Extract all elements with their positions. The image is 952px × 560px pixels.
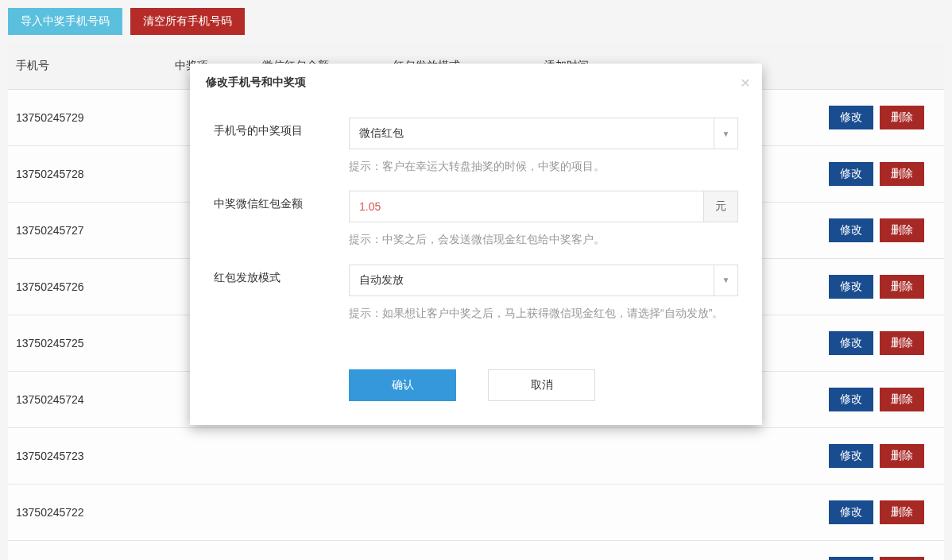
amount-unit: 元 <box>704 191 738 222</box>
confirm-button[interactable]: 确认 <box>349 369 456 401</box>
prize-project-label: 手机号的中奖项目 <box>214 118 349 138</box>
chevron-down-icon: ▼ <box>714 118 737 149</box>
mode-select[interactable]: 自动发放 ▼ <box>349 265 738 296</box>
mode-label: 红包发放模式 <box>214 265 349 285</box>
close-icon[interactable]: × <box>741 73 750 92</box>
modal-title: 修改手机号和中奖项 <box>206 75 306 88</box>
prize-project-select[interactable]: 微信红包 ▼ <box>349 118 738 149</box>
amount-label: 中奖微信红包金额 <box>214 191 349 211</box>
amount-hint: 提示：中奖之后，会发送微信现金红包给中奖客户。 <box>349 230 738 248</box>
chevron-down-icon: ▼ <box>714 265 737 295</box>
prize-project-value: 微信红包 <box>350 118 714 149</box>
modal-body: 手机号的中奖项目 微信红包 ▼ 提示：客户在幸运大转盘抽奖的时候，中奖的项目。 … <box>190 102 762 353</box>
mode-value: 自动发放 <box>350 265 714 295</box>
prize-project-hint: 提示：客户在幸运大转盘抽奖的时候，中奖的项目。 <box>349 157 738 175</box>
mode-hint: 提示：如果想让客户中奖之后，马上获得微信现金红包，请选择“自动发放”。 <box>349 304 738 322</box>
modal-backdrop: 修改手机号和中奖项 × 手机号的中奖项目 微信红包 ▼ 提示：客户在幸运大转盘抽… <box>0 0 952 560</box>
edit-modal: 修改手机号和中奖项 × 手机号的中奖项目 微信红包 ▼ 提示：客户在幸运大转盘抽… <box>190 64 762 425</box>
modal-header: 修改手机号和中奖项 × <box>190 64 762 102</box>
amount-input[interactable] <box>349 191 704 222</box>
modal-footer: 确认 取消 <box>190 353 762 425</box>
cancel-button[interactable]: 取消 <box>488 369 595 401</box>
